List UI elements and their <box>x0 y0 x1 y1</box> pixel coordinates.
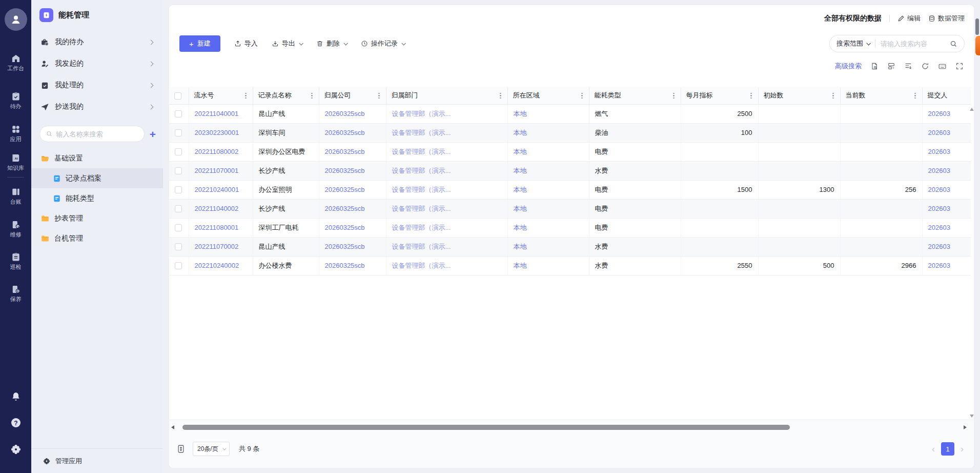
page-scrollbar-thumb[interactable] <box>975 18 979 35</box>
cell-link-department[interactable]: 设备管理部（演示... <box>392 110 451 117</box>
current-page-button[interactable]: 1 <box>941 442 954 456</box>
floating-helper-widget[interactable] <box>975 36 980 55</box>
scroll-right-arrow[interactable] <box>964 425 967 429</box>
cell-link-company[interactable]: 20260325scb <box>325 148 365 155</box>
export-button[interactable]: 导出 <box>272 39 302 48</box>
cell-link-department[interactable]: 设备管理部（演示... <box>392 186 451 193</box>
table-row[interactable]: 202211070002昆山产线20260325scb设备管理部（演示...本地… <box>169 237 971 256</box>
cell-link-region[interactable]: 本地 <box>514 262 527 269</box>
cell-link-company[interactable]: 20260325scb <box>325 110 365 117</box>
table-row[interactable]: 202211040002长沙产线20260325scb设备管理部（演示...本地… <box>169 199 971 218</box>
cell-link-region[interactable]: 本地 <box>514 224 527 231</box>
row-checkbox[interactable] <box>175 167 182 174</box>
rail-item-todo[interactable]: 待办 <box>0 91 31 109</box>
table-row[interactable]: 202211040001昆山产线20260325scb设备管理部（演示...本地… <box>169 104 971 123</box>
col-header-company[interactable]: 归属公司 <box>319 87 386 104</box>
prev-page-button[interactable]: ‹ <box>932 444 935 454</box>
cell-link-company[interactable]: 20260325scb <box>325 129 365 136</box>
cell-link-submitter[interactable]: 202603 <box>928 148 950 155</box>
row-checkbox[interactable] <box>175 148 182 155</box>
cell-link-serial-no[interactable]: 202211080002 <box>195 148 239 155</box>
row-checkbox[interactable] <box>175 262 182 269</box>
tree-item-energy-types[interactable]: 能耗类型 <box>31 188 163 208</box>
column-menu-icon[interactable] <box>749 92 753 100</box>
table-row[interactable]: 202211070001长沙产线20260325scb设备管理部（演示...本地… <box>169 161 971 180</box>
cell-link-region[interactable]: 本地 <box>514 167 527 174</box>
rail-notifications[interactable] <box>0 391 31 404</box>
col-header-serial-no[interactable]: 流水号 <box>189 87 253 104</box>
scroll-left-arrow[interactable] <box>171 425 174 429</box>
advanced-search-link[interactable]: 高级搜索 <box>835 62 862 71</box>
sidebar-item-my-todo[interactable]: 我的待办 <box>31 31 163 53</box>
cell-link-region[interactable]: 本地 <box>514 110 527 117</box>
next-page-button[interactable]: › <box>961 444 964 454</box>
add-node-button[interactable]: + <box>150 129 156 140</box>
col-header-record-name[interactable]: 记录点名称 <box>253 87 319 104</box>
row-checkbox[interactable] <box>175 224 182 231</box>
column-menu-icon[interactable] <box>913 92 917 100</box>
scrollbar-thumb[interactable] <box>182 425 790 430</box>
sidebar-search-input[interactable] <box>56 130 137 138</box>
cell-link-region[interactable]: 本地 <box>514 243 527 250</box>
rail-item-maintenance[interactable]: 保养 <box>0 284 31 302</box>
cell-link-region[interactable]: 本地 <box>514 148 527 155</box>
col-header-region[interactable]: 所在区域 <box>507 87 589 104</box>
cell-link-serial-no[interactable]: 202211070001 <box>195 167 239 174</box>
cell-link-region[interactable]: 本地 <box>514 205 527 212</box>
sidebar-search-box[interactable] <box>39 126 145 142</box>
col-header-energy-type[interactable]: 能耗类型 <box>589 87 681 104</box>
cell-link-company[interactable]: 20260325scb <box>325 262 365 269</box>
cell-link-department[interactable]: 设备管理部（演示... <box>392 262 451 269</box>
cell-link-submitter[interactable]: 202603 <box>928 110 950 117</box>
tree-group-basic-settings[interactable]: 基础设置 <box>31 148 163 168</box>
row-checkbox[interactable] <box>175 129 182 136</box>
cell-link-submitter[interactable]: 202603 <box>928 186 950 193</box>
row-checkbox[interactable] <box>175 186 182 193</box>
table-row[interactable]: 202210240002办公楼水费20260325scb设备管理部（演示...本… <box>169 256 971 275</box>
cell-link-region[interactable]: 本地 <box>514 186 527 193</box>
column-menu-icon[interactable] <box>831 92 835 100</box>
table-scroll-up-arrow[interactable] <box>970 108 974 111</box>
cell-link-department[interactable]: 设备管理部（演示... <box>392 224 451 231</box>
search-scope-dropdown[interactable]: 搜索范围 <box>836 39 870 48</box>
cell-link-company[interactable]: 20260325scb <box>325 186 365 193</box>
sidebar-item-handled-by-me[interactable]: 我处理的 <box>31 74 163 96</box>
rail-settings[interactable] <box>0 443 31 457</box>
col-header-initial-value[interactable]: 初始数 <box>758 87 840 104</box>
refresh-icon[interactable] <box>921 62 929 70</box>
new-button[interactable]: + 新建 <box>179 35 220 52</box>
table-row[interactable]: 202211080001深圳工厂电耗20260325scb设备管理部（演示...… <box>169 218 971 237</box>
cell-link-department[interactable]: 设备管理部（演示... <box>392 243 451 250</box>
cell-link-serial-no[interactable]: 202210240001 <box>195 186 239 193</box>
column-menu-icon[interactable] <box>377 92 381 100</box>
cell-link-submitter[interactable]: 202603 <box>928 129 950 136</box>
scrollbar-track[interactable] <box>176 425 962 430</box>
cell-link-department[interactable]: 设备管理部（演示... <box>392 148 451 155</box>
manage-app-button[interactable]: 管理应用 <box>31 448 163 473</box>
table-row[interactable]: 202211080002深圳办公区电费20260325scb设备管理部（演示..… <box>169 142 971 161</box>
sidebar-item-started-by-me[interactable]: 我发起的 <box>31 53 163 74</box>
table-search-input[interactable] <box>881 40 950 48</box>
edit-button[interactable]: 编辑 <box>897 14 921 23</box>
rail-item-knowledge[interactable]: AI 知识库 <box>0 153 31 171</box>
column-menu-icon[interactable] <box>672 92 676 100</box>
cell-link-submitter[interactable]: 202603 <box>928 243 950 250</box>
operation-log-button[interactable]: 操作记录 <box>361 39 405 48</box>
rail-item-repair[interactable]: 维修 <box>0 220 31 238</box>
export-report-icon[interactable] <box>870 62 879 70</box>
cell-link-department[interactable]: 设备管理部（演示... <box>392 167 451 174</box>
column-menu-icon[interactable] <box>580 92 584 100</box>
cell-link-serial-no[interactable]: 202302230001 <box>195 129 239 136</box>
page-size-select[interactable]: 20条/页 <box>193 442 230 456</box>
col-header-department[interactable]: 归属部门 <box>386 87 507 104</box>
row-checkbox[interactable] <box>175 243 182 250</box>
fullscreen-icon[interactable] <box>955 62 964 70</box>
rail-item-inspection[interactable]: 巡检 <box>0 252 31 270</box>
col-header-monthly-quota[interactable]: 每月指标 <box>681 87 758 104</box>
cell-link-company[interactable]: 20260325scb <box>325 224 365 231</box>
cell-link-serial-no[interactable]: 202211080001 <box>195 224 239 231</box>
page-jump-icon[interactable] <box>176 444 186 454</box>
row-height-icon[interactable] <box>904 62 912 70</box>
column-menu-icon[interactable] <box>244 92 248 100</box>
tree-item-record-points[interactable]: 记录点档案 <box>31 168 163 188</box>
